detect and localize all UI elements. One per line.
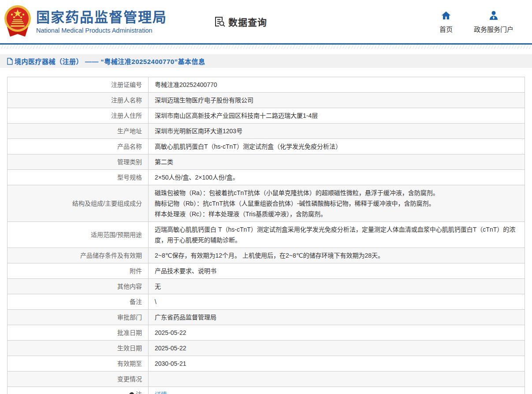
row-label-text: 生产地址 (117, 128, 142, 135)
row-label-text: 生效日期 (117, 345, 142, 352)
row-label: 结构及组成/主要组成成分 (7, 185, 149, 222)
row-value-line: 样本处理液（Rc）：样本处理液（Tris基质缓冲液），含防腐剂。 (155, 209, 518, 219)
row-label-text: 型号规格 (117, 174, 142, 181)
row-label: 备注 (7, 294, 149, 310)
brand-logo-block[interactable]: 国家药品监督管理局 National Medical Products Admi… (4, 5, 167, 38)
row-value: 粤械注准20252400770 (149, 77, 525, 93)
row-label: 生产地址 (7, 124, 149, 139)
row-value-line: 磁珠包被物（Ra）：包被着抗cTnT抗体（小鼠单克隆抗体）的超顺磁性微粒，悬浮于… (155, 188, 518, 198)
row-value: 详情 (149, 387, 525, 394)
org-title-en: National Medical Products Administration (36, 27, 167, 34)
home-icon (441, 10, 451, 21)
row-label: 附件 (7, 263, 149, 279)
row-label-text: 备注 (130, 298, 142, 305)
table-row: 产品储存条件及有效期2~8℃保存，有效期为12个月。 上机使用后，在2~8℃的储… (7, 248, 525, 263)
site-header: 国家药品监督管理局 National Medical Products Admi… (0, 0, 532, 43)
row-label: 产品名称 (7, 139, 149, 154)
row-value: 产品技术要求、说明书 (149, 263, 525, 279)
row-value: 无 (149, 279, 525, 294)
data-query-icon (213, 15, 226, 28)
row-label-text: 注册人住所 (111, 112, 142, 119)
row-value: 第二类 (149, 154, 525, 170)
nav-home[interactable]: 首页 (439, 10, 453, 34)
table-row: 变更情况 (7, 371, 525, 387)
row-label-text: 产品储存条件及有效期 (80, 252, 142, 259)
table-row: 注册人住所深圳市南山区高新技术产业园区科技南十二路迈瑞大厦1-4层 (7, 108, 525, 124)
row-label: 注 (7, 387, 149, 394)
table-row: 注册人名称深圳迈瑞生物医疗电子股份有限公司 (7, 93, 525, 108)
user-icon (488, 10, 499, 21)
table-row: 备注\ (7, 294, 525, 310)
table-row: 生产地址深圳市光明新区南环大道1203号 (7, 124, 525, 139)
row-label: 注册证编号 (7, 77, 149, 93)
table-row: 附件产品技术要求、说明书 (7, 263, 525, 279)
row-value: 2~8℃保存，有效期为12个月。 上机使用后，在2~8℃的储存环境下有效期为28… (149, 248, 525, 263)
row-label: 型号规格 (7, 170, 149, 185)
row-label: 产品储存条件及有效期 (7, 248, 149, 263)
hatch-pattern-band (0, 45, 532, 49)
row-label-text: 注 (136, 391, 142, 394)
row-label: 变更情况 (7, 371, 149, 387)
row-value: 2025-05-22 (149, 325, 525, 341)
row-label: 适用范围/预期用途 (7, 222, 149, 248)
row-value: 迈瑞高敏心肌肌钙蛋白 T（hs-cTnT）测定试剂盒采用化学发光免疫分析法，定量… (149, 222, 525, 248)
detail-link[interactable]: 详情 (155, 391, 167, 394)
row-label-text: 有效期至 (117, 360, 142, 367)
row-label: 批准日期 (7, 325, 149, 341)
row-label-text: 管理类别 (117, 158, 142, 165)
nav-home-label: 首页 (439, 24, 453, 34)
note-icon (129, 391, 135, 394)
org-title-cn: 国家药品监督管理局 (36, 10, 167, 26)
row-value: 2×50人份/盒、2×100人份/盒。 (149, 170, 525, 185)
table-row: 有效期至2030-05-21 (7, 356, 525, 371)
breadcrumb-title: 境内医疗器械（注册） —— “粤械注准20252400770”基本信息 (15, 56, 205, 66)
registration-info-table: 注册证编号粤械注准20252400770注册人名称深圳迈瑞生物医疗电子股份有限公… (7, 77, 525, 394)
row-value (149, 371, 525, 387)
row-label-text: 审批部门 (117, 314, 142, 321)
row-label-text: 产品名称 (117, 143, 142, 150)
row-label-text: 适用范围/预期用途 (91, 231, 142, 238)
table-row: 其他内容无 (7, 279, 525, 294)
table-row: 生效日期2025-05-22 (7, 341, 525, 356)
row-label: 管理类别 (7, 154, 149, 170)
row-label: 有效期至 (7, 356, 149, 371)
row-label-text: 注册人名称 (111, 97, 142, 104)
row-value: 深圳迈瑞生物医疗电子股份有限公司 (149, 93, 525, 108)
nav-portal-label: 政务服务门户 (474, 24, 513, 34)
row-value: 磁珠包被物（Ra）：包被着抗cTnT抗体（小鼠单克隆抗体）的超顺磁性微粒，悬浮于… (149, 185, 525, 222)
row-label-text: 批准日期 (117, 329, 142, 336)
row-label-text: 结构及组成/主要组成成分 (72, 200, 142, 207)
table-row: 产品名称高敏心肌肌钙蛋白T（hs-cTnT）测定试剂盒（化学发光免疫分析法） (7, 139, 525, 154)
row-value: 2025-05-22 (149, 341, 525, 356)
data-query-label: 数据查询 (228, 15, 267, 28)
nav-portal[interactable]: 政务服务门户 (474, 10, 513, 34)
table-row: 适用范围/预期用途迈瑞高敏心肌肌钙蛋白 T（hs-cTnT）测定试剂盒采用化学发… (7, 222, 525, 248)
table-row: 注详情 (7, 387, 525, 394)
national-emblem-icon (4, 5, 32, 38)
data-query-section: 数据查询 (213, 15, 267, 28)
registration-info-panel: 注册证编号粤械注准20252400770注册人名称深圳迈瑞生物医疗电子股份有限公… (7, 77, 525, 394)
table-row: 注册证编号粤械注准20252400770 (7, 77, 525, 93)
document-icon (7, 58, 13, 65)
brand-text: 国家药品监督管理局 National Medical Products Admi… (36, 10, 167, 34)
row-label: 注册人名称 (7, 93, 149, 108)
row-value: 2030-05-21 (149, 356, 525, 371)
info-table-body: 注册证编号粤械注准20252400770注册人名称深圳迈瑞生物医疗电子股份有限公… (7, 77, 525, 394)
breadcrumb: 境内医疗器械（注册） —— “粤械注准20252400770”基本信息 (0, 54, 532, 68)
table-row: 结构及组成/主要组成成分磁珠包被物（Ra）：包被着抗cTnT抗体（小鼠单克隆抗体… (7, 185, 525, 222)
row-label: 生效日期 (7, 341, 149, 356)
row-value: \ (149, 294, 525, 310)
row-label-text: 其他内容 (117, 283, 142, 290)
row-label-text: 变更情况 (117, 375, 142, 383)
row-value: 深圳市光明新区南环大道1203号 (149, 124, 525, 139)
table-row: 管理类别第二类 (7, 154, 525, 170)
table-row: 型号规格2×50人份/盒、2×100人份/盒。 (7, 170, 525, 185)
row-label: 其他内容 (7, 279, 149, 294)
row-label-text: 附件 (130, 267, 142, 274)
table-row: 批准日期2025-05-22 (7, 325, 525, 341)
row-value: 深圳市南山区高新技术产业园区科技南十二路迈瑞大厦1-4层 (149, 108, 525, 124)
row-value: 广东省药品监督管理局 (149, 310, 525, 325)
row-label: 审批部门 (7, 310, 149, 325)
header-nav: 首页 政务服务门户 (439, 10, 532, 34)
row-value-line: 酶标记物（Rb）：抗cTnT抗体（人鼠重组嵌合抗体）-碱性磷酸酶标记物，稀释于缓… (155, 198, 518, 209)
